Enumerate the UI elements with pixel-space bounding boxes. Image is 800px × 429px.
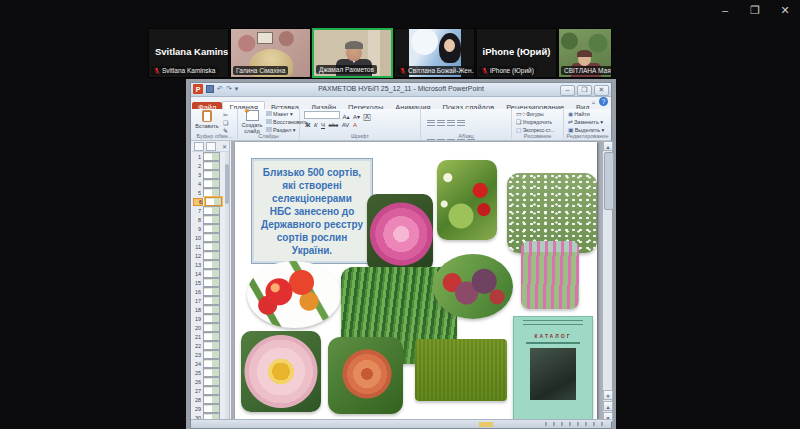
slide-thumbnail-7[interactable]: 7 — [192, 206, 225, 215]
slide-thumbnail-5[interactable]: 5 — [192, 188, 225, 197]
ribbon-group-drawing: ▭○Фигуры ❏Упорядочить ▢Экспресс-ст... Ри… — [512, 109, 564, 139]
numbering-icon[interactable] — [437, 120, 445, 126]
clear-formatting-icon[interactable]: 🄰 — [364, 114, 371, 121]
slide-thumbnail-13[interactable]: 13 — [192, 260, 225, 269]
participant-tile-galyna-simakhina[interactable]: Галина Сімахіна — [230, 28, 311, 78]
decrease-font-icon[interactable]: A▾ — [353, 114, 360, 121]
catalog-photo — [530, 348, 576, 400]
ribbon-tab-row: ФайлГлавнаяВставкаДизайнПереходыАнимация… — [191, 96, 611, 110]
maximize-icon[interactable]: ❐ — [748, 4, 762, 17]
paste-button[interactable]: Вставить — [194, 110, 220, 129]
slide-thumbnail-21[interactable]: 21 — [192, 332, 225, 341]
slide-thumbnail-28[interactable]: 28 — [192, 395, 225, 404]
help-icon[interactable]: ? — [599, 97, 608, 106]
slide-thumbnail-1[interactable]: 1 — [192, 152, 225, 161]
ppt-minimize-icon[interactable]: – — [560, 85, 575, 96]
ribbon-group-clipboard: Вставить ✂ ❏ ✎ Буфер обме... — [192, 109, 238, 139]
slide-thumbnail-20[interactable]: 20 — [192, 323, 225, 332]
image-orange-daylily[interactable] — [328, 337, 403, 414]
italic-button[interactable]: К — [314, 122, 318, 129]
image-red-berries-branch[interactable] — [437, 160, 497, 240]
scroll-down-icon[interactable]: ▼ — [603, 390, 613, 400]
ribbon-group-font: A▴ A▾ 🄰 Ж К Ч abc AV A Шрифт — [300, 109, 421, 139]
slide-thumbnail-list: 1234567891011121314151617181920212223242… — [192, 152, 225, 422]
slide-thumbnail-17[interactable]: 17 — [192, 296, 225, 305]
ribbon-group-editing: ◉Найти ⇄Заменить ▾ ▣Выделить ▾ Редактиро… — [564, 109, 611, 139]
ppt-restore-icon[interactable]: ❐ — [577, 85, 592, 96]
previous-slide-icon[interactable]: ▲ — [603, 401, 613, 411]
replace-button[interactable]: ⇄Заменить ▾ — [567, 119, 604, 126]
participant-display-name: Svitlana Kamins... — [155, 46, 229, 57]
slide-thumbnail-11[interactable]: 11 — [192, 242, 225, 251]
bullets-icon[interactable] — [427, 120, 435, 126]
image-pink-peony[interactable] — [367, 194, 433, 271]
powerpoint-window: P ↶ ↷ ▾ РАХМЕТОВ НУБіП 25_12_11 - Micros… — [190, 82, 612, 429]
slide-thumbnail-24[interactable]: 24 — [192, 359, 225, 368]
slide-thumbnail-4[interactable]: 4 — [192, 179, 225, 188]
find-button[interactable]: ◉Найти — [567, 111, 604, 118]
slide-text: Близько 500 сортів, які створені селекці… — [261, 166, 363, 257]
slide-thumbnail-15[interactable]: 15 — [192, 278, 225, 287]
image-pink-tamarix[interactable] — [521, 241, 579, 309]
indent-icon[interactable] — [447, 120, 455, 126]
slide-thumbnail-19[interactable]: 19 — [192, 314, 225, 323]
slide-thumbnail-29[interactable]: 29 — [192, 404, 225, 413]
zoom-slider[interactable] — [545, 422, 605, 426]
vertical-scrollbar[interactable]: ▲ ▼ ▲ ▼ — [602, 141, 612, 422]
underline-button[interactable]: Ч — [321, 122, 325, 129]
scrollbar-thumb[interactable] — [604, 152, 614, 210]
increase-font-icon[interactable]: A▴ — [343, 114, 350, 121]
minimize-icon[interactable]: – — [718, 4, 732, 17]
participant-tile-dzhamal-rakhmetov[interactable]: Джамал Рахметов — [312, 28, 393, 78]
bold-button[interactable]: Ж — [305, 122, 310, 129]
image-plums-branch[interactable] — [433, 254, 513, 319]
shapes-button[interactable]: ▭○Фигуры — [515, 111, 554, 118]
panel-scrollbar[interactable] — [225, 152, 229, 422]
outline-tab-icon[interactable] — [206, 142, 216, 151]
scroll-up-icon[interactable]: ▲ — [603, 141, 613, 151]
cut-icon[interactable]: ✂ — [223, 111, 228, 118]
new-slide-icon — [246, 110, 259, 121]
copy-icon[interactable]: ❏ — [223, 119, 228, 126]
slide-thumbnail-10[interactable]: 10 — [192, 233, 225, 242]
slide-thumbnail-16[interactable]: 16 — [192, 287, 225, 296]
slide-thumbnail-18[interactable]: 18 — [192, 305, 225, 314]
slide-thumbnail-22[interactable]: 22 — [192, 341, 225, 350]
image-catalog-book-cover[interactable]: КАТАЛОГ — [513, 316, 593, 421]
arrange-button[interactable]: ❏Упорядочить — [515, 119, 554, 126]
participant-tile-svitlana-bozhai[interactable]: Світлана Божай-Жен... — [394, 28, 475, 78]
minimize-ribbon-icon[interactable]: ▵ — [592, 98, 595, 105]
panel-close-icon[interactable]: ✕ — [222, 143, 227, 150]
slide-thumbnail-14[interactable]: 14 — [192, 269, 225, 278]
image-nectarines[interactable] — [247, 261, 341, 328]
muted-mic-icon — [400, 67, 406, 75]
participant-name-label: Галина Сімахіна — [233, 66, 288, 75]
font-size-box[interactable] — [304, 111, 340, 119]
slide-thumbnail-25[interactable]: 25 — [192, 368, 225, 377]
participant-tile-iphone-yuriy[interactable]: iPhone (Юрий) iPhone (Юрий) — [476, 28, 557, 78]
slide[interactable]: Близько 500 сортів, які створені селекці… — [235, 142, 597, 421]
slide-thumbnail-12[interactable]: 12 — [192, 251, 225, 260]
slide-thumbnail-9[interactable]: 9 — [192, 224, 225, 233]
slide-thumbnail-6[interactable]: 6 — [192, 197, 225, 206]
new-slide-button[interactable]: Создать слайд — [239, 110, 265, 134]
ppt-close-icon[interactable]: ✕ — [594, 85, 609, 96]
strikethrough-button[interactable]: abc — [329, 122, 339, 129]
char-spacing-icon[interactable]: AV — [342, 122, 350, 129]
slide-thumbnail-23[interactable]: 23 — [192, 350, 225, 359]
slide-thumbnail-8[interactable]: 8 — [192, 215, 225, 224]
slide-thumbnail-2[interactable]: 2 — [192, 161, 225, 170]
slide-thumbnail-26[interactable]: 26 — [192, 377, 225, 386]
font-color-icon[interactable]: A — [353, 122, 357, 129]
image-green-field[interactable] — [415, 339, 507, 401]
slide-textbox[interactable]: Близько 500 сортів, які створені селекці… — [251, 158, 373, 264]
line-spacing-icon[interactable] — [457, 120, 465, 126]
participant-name-label: СВІТЛАНА Маякова — [561, 66, 612, 75]
image-cream-peony[interactable] — [241, 331, 321, 412]
slide-thumbnail-27[interactable]: 27 — [192, 386, 225, 395]
slides-tab-icon[interactable] — [194, 142, 204, 151]
close-icon[interactable]: ✕ — [778, 4, 792, 17]
participant-tile-svitlana-maiakova[interactable]: СВІТЛАНА Маякова — [558, 28, 612, 78]
slide-thumbnail-3[interactable]: 3 — [192, 170, 225, 179]
participant-tile-svitlana-kaminska[interactable]: Svitlana Kamins... Svitlana Kaminska — [148, 28, 229, 78]
